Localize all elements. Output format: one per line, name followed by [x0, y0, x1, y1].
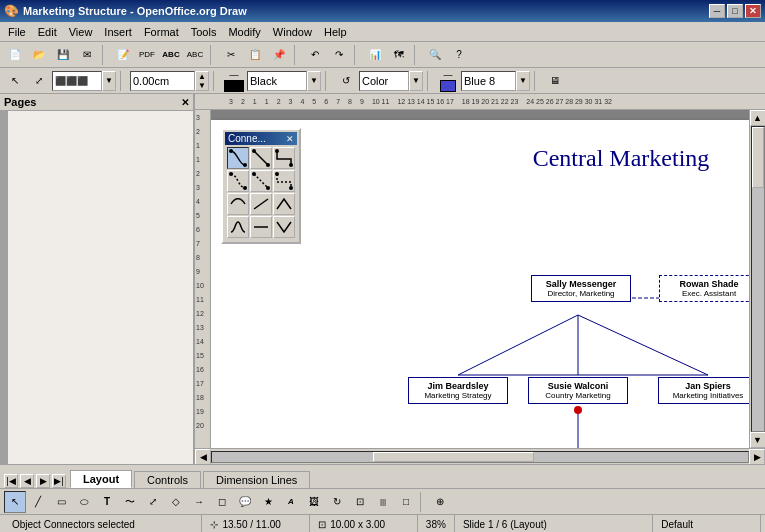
color-type-dropdown[interactable]: Color ▼	[359, 71, 423, 91]
email-button[interactable]: ✉	[76, 44, 98, 66]
zoom-button[interactable]: 🔍	[424, 44, 446, 66]
canvas-scroll[interactable]: Conne... ✕	[211, 110, 749, 448]
tab-order-arrow[interactable]: ▼	[102, 71, 116, 91]
chart-button[interactable]: 📊	[364, 44, 386, 66]
position-field[interactable]: 0.00cm ▲▼	[130, 71, 209, 91]
menu-item-tools[interactable]: Tools	[185, 24, 223, 40]
scroll-up-button[interactable]: ▲	[750, 110, 766, 126]
text-tool-button[interactable]: T	[96, 491, 118, 513]
tab-next-button[interactable]: ▶	[36, 474, 50, 488]
color-type-arrow[interactable]: ▼	[409, 71, 423, 91]
tab-prev-button[interactable]: ◀	[20, 474, 34, 488]
vscroll-thumb[interactable]	[752, 127, 764, 188]
curve-tool-button[interactable]: 〜	[119, 491, 141, 513]
menu-item-help[interactable]: Help	[318, 24, 353, 40]
line-tool-button[interactable]: ╱	[27, 491, 49, 513]
connector-toolbar-close[interactable]: ✕	[286, 134, 294, 144]
paste-button[interactable]: 📌	[268, 44, 290, 66]
node-sally[interactable]: Sally Messenger Director, Marketing	[531, 275, 631, 302]
scroll-right-button[interactable]: ▶	[749, 449, 765, 465]
align-button[interactable]: ⊡	[349, 491, 371, 513]
fontwork-button[interactable]: A	[280, 491, 302, 513]
zoom-drawing-button[interactable]: ⊕	[429, 491, 451, 513]
shadow-button[interactable]: □	[395, 491, 417, 513]
line-color-value[interactable]: Blue 8	[461, 71, 516, 91]
menu-item-window[interactable]: Window	[267, 24, 318, 40]
line-color-swatch-btn[interactable]: —	[223, 70, 245, 92]
tab-order-dropdown[interactable]: ⬛⬛⬛ ▼	[52, 71, 116, 91]
menu-item-insert[interactable]: Insert	[98, 24, 138, 40]
color-name-dropdown[interactable]: Black ▼	[247, 71, 321, 91]
spellcheck2-button[interactable]: ABC	[184, 44, 206, 66]
connector-btn-11[interactable]	[250, 216, 272, 238]
spellcheck1-button[interactable]: ABC	[160, 44, 182, 66]
connector-toolbar-title[interactable]: Conne... ✕	[225, 132, 297, 145]
scroll-down-button[interactable]: ▼	[750, 432, 766, 448]
maximize-button[interactable]: □	[727, 4, 743, 18]
connector-btn-1[interactable]	[227, 147, 249, 169]
stars-button[interactable]: ★	[257, 491, 279, 513]
minimize-button[interactable]: ─	[709, 4, 725, 18]
from-file-button[interactable]: 🖼	[303, 491, 325, 513]
new-button[interactable]: 📄	[4, 44, 26, 66]
help-button[interactable]: ?	[448, 44, 470, 66]
connector-btn-2[interactable]	[250, 147, 272, 169]
connector-btn-5[interactable]	[250, 170, 272, 192]
select-tool-button[interactable]: ↖	[4, 491, 26, 513]
line-color-arrow[interactable]: ▼	[516, 71, 530, 91]
connector-btn-9[interactable]	[273, 193, 295, 215]
menu-item-format[interactable]: Format	[138, 24, 185, 40]
vscroll-track[interactable]	[751, 126, 765, 432]
color-name-arrow[interactable]: ▼	[307, 71, 321, 91]
pages-scrollbar[interactable]	[0, 111, 8, 464]
distribute-button[interactable]: |||	[372, 491, 394, 513]
tab-last-button[interactable]: ▶|	[52, 474, 66, 488]
ellipse-tool-button[interactable]: ⬭	[73, 491, 95, 513]
tab-dimension-lines[interactable]: Dimension Lines	[203, 471, 310, 488]
menu-item-file[interactable]: File	[2, 24, 32, 40]
callout-button[interactable]: 💬	[234, 491, 256, 513]
undo-button[interactable]: ↶	[304, 44, 326, 66]
connector-btn-6[interactable]	[273, 170, 295, 192]
transform-button[interactable]: ⤢	[28, 70, 50, 92]
tab-layout[interactable]: Layout	[70, 470, 132, 488]
color-name-value[interactable]: Black	[247, 71, 307, 91]
connector-btn-7[interactable]	[227, 193, 249, 215]
tab-controls[interactable]: Controls	[134, 471, 201, 488]
menu-item-edit[interactable]: Edit	[32, 24, 63, 40]
position-value[interactable]: 0.00cm	[130, 71, 195, 91]
arrows-button[interactable]: →	[188, 491, 210, 513]
pointer-button[interactable]: ↖	[4, 70, 26, 92]
scroll-left-button[interactable]: ◀	[195, 449, 211, 465]
close-button[interactable]: ✕	[745, 4, 761, 18]
color-type-value[interactable]: Color	[359, 71, 409, 91]
shapes-button[interactable]: ◇	[165, 491, 187, 513]
hscroll-thumb[interactable]	[373, 452, 534, 462]
line-color-dropdown[interactable]: Blue 8 ▼	[461, 71, 530, 91]
menu-item-view[interactable]: View	[63, 24, 99, 40]
line-style-btn[interactable]: —	[437, 70, 459, 92]
connector-btn-10[interactable]	[227, 216, 249, 238]
cut-button[interactable]: ✂	[220, 44, 242, 66]
redo-button[interactable]: ↷	[328, 44, 350, 66]
flowchart-button[interactable]: ◻	[211, 491, 233, 513]
vertical-scrollbar[interactable]: ▲ ▼	[749, 110, 765, 448]
node-jan[interactable]: Jan Spiers Marketing Initiatives	[658, 377, 749, 404]
rect-tool-button[interactable]: ▭	[50, 491, 72, 513]
connector-btn-8[interactable]	[250, 193, 272, 215]
node-jim[interactable]: Jim Beardsley Marketing Strategy	[408, 377, 508, 404]
hscroll-track[interactable]	[211, 451, 749, 463]
edit-file-button[interactable]: 📝	[112, 44, 134, 66]
connector-tool-button[interactable]: ⤢	[142, 491, 164, 513]
save-button[interactable]: 💾	[52, 44, 74, 66]
tab-order-value[interactable]: ⬛⬛⬛	[52, 71, 102, 91]
pages-close-button[interactable]: ✕	[181, 97, 189, 108]
menu-item-modify[interactable]: Modify	[222, 24, 266, 40]
copy-button[interactable]: 📋	[244, 44, 266, 66]
navigator-button[interactable]: 🗺	[388, 44, 410, 66]
rotate-button[interactable]: ↻	[326, 491, 348, 513]
node-susie[interactable]: Susie Walconi Country Marketing	[528, 377, 628, 404]
refresh-button[interactable]: ↺	[335, 70, 357, 92]
connector-btn-12[interactable]	[273, 216, 295, 238]
node-rowan[interactable]: Rowan Shade Exec. Assistant	[659, 275, 749, 302]
